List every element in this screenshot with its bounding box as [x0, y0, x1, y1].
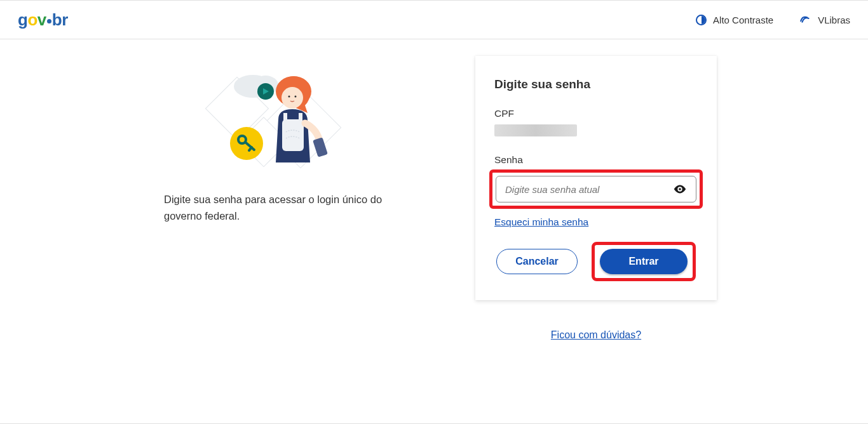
header-actions: Alto Contraste VLibras [696, 13, 850, 27]
right-column: Digite sua senha CPF Senha [475, 56, 717, 341]
button-row: Cancelar Entrar [494, 242, 698, 281]
main-content: Digite sua senha para acessar o login ún… [0, 39, 868, 341]
svg-point-17 [295, 96, 297, 98]
svg-point-22 [679, 188, 681, 190]
cpf-value-redacted [494, 124, 577, 136]
help-link-row: Ficou com dúvidas? [475, 329, 717, 341]
enter-button[interactable]: Entrar [600, 249, 688, 274]
password-section: Senha [494, 154, 698, 209]
vlibras-link[interactable]: VLibras [799, 13, 850, 27]
password-highlight-box [489, 169, 703, 209]
password-input-wrap [496, 176, 696, 202]
svg-point-15 [281, 87, 303, 109]
svg-rect-19 [283, 113, 287, 122]
contrast-icon [696, 15, 707, 25]
svg-rect-20 [299, 113, 302, 122]
password-input[interactable] [505, 184, 673, 195]
left-column: Digite sua senha para acessar o login ún… [151, 56, 393, 341]
header-bar: govbr Alto Contraste VLibras [0, 0, 868, 39]
cpf-label: CPF [494, 108, 698, 119]
toggle-password-visibility[interactable] [673, 182, 687, 196]
instruction-text: Digite sua senha para acessar o login ún… [151, 192, 393, 224]
svg-point-16 [288, 96, 290, 98]
login-card: Digite sua senha CPF Senha [475, 56, 717, 300]
cancel-button[interactable]: Cancelar [496, 249, 578, 274]
help-link[interactable]: Ficou com dúvidas? [551, 329, 641, 340]
high-contrast-toggle[interactable]: Alto Contraste [696, 15, 773, 25]
card-title: Digite sua senha [494, 77, 698, 91]
senha-label: Senha [494, 154, 698, 166]
vlibras-icon [797, 11, 813, 28]
forgot-password-link[interactable]: Esqueci minha senha [494, 216, 588, 228]
eye-icon [673, 182, 687, 196]
enter-highlight-box: Entrar [592, 242, 696, 281]
illustration [164, 65, 380, 179]
svg-rect-18 [282, 119, 304, 151]
govbr-logo[interactable]: govbr [18, 10, 68, 30]
vlibras-label: VLibras [818, 15, 850, 25]
high-contrast-label: Alto Contraste [713, 15, 773, 25]
